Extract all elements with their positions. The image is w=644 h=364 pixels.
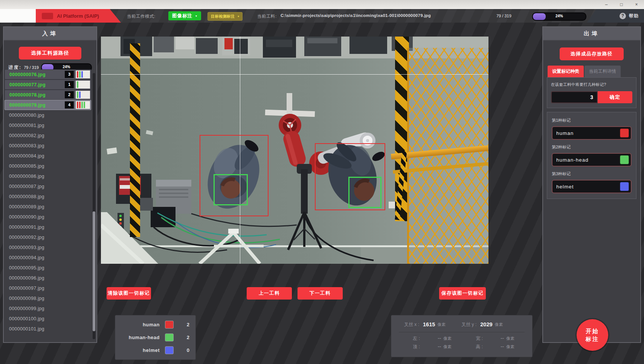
file-name: 0000000083.jpg [9, 143, 90, 148]
label-color-swatch[interactable] [620, 182, 629, 191]
file-item[interactable]: 0000000080.jpg [5, 110, 91, 120]
label-name-value: human [556, 130, 620, 136]
brand-logo-icon [42, 13, 53, 19]
mode-detection-annotation-button[interactable]: 目标检测标注 ▾ [208, 12, 243, 21]
file-item[interactable]: 0000000091.jpg [5, 222, 91, 232]
confirm-button[interactable]: 确定 [598, 91, 632, 103]
file-item[interactable]: 0000000084.jpg [5, 151, 91, 161]
file-item[interactable]: 0000000098.jpg [5, 293, 91, 303]
file-item[interactable]: 0000000077.jpg1 [5, 80, 91, 90]
legend-row: human2 [121, 320, 190, 329]
file-name: 0000000096.jpg [9, 275, 90, 281]
width-value: -- [487, 335, 504, 341]
outbound-panel: 出埠 选择成品存放路径 设置标记种类当前工料详情 在该套工料中将要打几种标记? … [542, 26, 641, 343]
label-color-swatch[interactable] [620, 155, 629, 164]
file-name: 0000000079.jpg [9, 102, 65, 108]
logo-area [0, 9, 38, 23]
clear-annotations-button[interactable]: 清除该图一切标记 [107, 287, 151, 300]
file-name: 0000000082.jpg [9, 133, 90, 138]
pixel-unit: 像素 [437, 322, 446, 327]
file-name: 0000000092.jpg [9, 235, 90, 240]
label-color-swatch[interactable] [620, 128, 629, 138]
left-value: -- [424, 335, 441, 341]
outbound-panel-title: 出埠 [543, 27, 640, 41]
file-item[interactable]: 0000000093.jpg [5, 242, 91, 252]
height-value: -- [487, 344, 504, 349]
file-item[interactable]: 0000000095.jpg [5, 263, 91, 273]
top-value: -- [424, 344, 441, 349]
inbound-panel-title: 入埠 [4, 27, 96, 41]
app-window: – □ × AI Platform (SAIP) 当前工作模式: 图像标注 ▾ … [0, 0, 644, 364]
pixel-unit: 像素 [443, 336, 452, 341]
file-item[interactable]: 0000000076.jpg3 [5, 69, 91, 80]
next-item-button[interactable]: 下一工料 [298, 287, 343, 300]
label-legend-panel: human2human-head2helmet0 [115, 315, 196, 360]
legend-color-swatch [165, 321, 174, 329]
top-nav-bar: AI Platform (SAIP) 当前工作模式: 图像标注 ▾ 目标检测标注… [0, 9, 644, 23]
file-list: 0000000076.jpg30000000077.jpg10000000078… [5, 69, 91, 340]
file-name: 0000000076.jpg [9, 72, 65, 77]
annotation-count-badge: 3 [65, 71, 74, 78]
bbox-human-head[interactable] [214, 174, 248, 205]
label-count-section: 在该套工料中将要打几种标记? 3 确定 [547, 77, 636, 108]
legend-count: 2 [187, 335, 190, 340]
label-definitions-section: 第1种标记human第2种标记human-head第3种标记helmet [547, 112, 636, 199]
pixel-unit: 像素 [506, 344, 514, 350]
minimize-icon[interactable]: – [599, 0, 614, 9]
save-annotations-button[interactable]: 保存该图一切标记 [439, 287, 486, 300]
label-name-field-3[interactable]: helmet [552, 180, 632, 193]
help-label[interactable]: 帮助 [629, 13, 639, 19]
tab-set-label-types[interactable]: 设置标记种类 [548, 66, 584, 77]
scrollbar-thumb[interactable] [93, 211, 95, 331]
maximize-icon[interactable]: □ [614, 0, 629, 9]
file-item[interactable]: 0000000088.jpg [5, 191, 91, 202]
select-source-path-button[interactable]: 选择工料源路径 [19, 47, 81, 60]
file-item[interactable]: 0000000092.jpg [5, 232, 91, 242]
label-name-field-1[interactable]: human [552, 126, 632, 140]
file-item[interactable]: 0000000087.jpg [5, 181, 91, 191]
label-caption-2: 第2种标记 [552, 144, 632, 150]
file-item[interactable]: 0000000100.jpg [5, 314, 91, 324]
label-name-field-2[interactable]: human-head [552, 153, 632, 167]
bbox-human-head[interactable] [348, 177, 382, 208]
start-annotation-button[interactable]: 开始 标注 [577, 319, 608, 351]
legend-label: human [121, 322, 160, 327]
file-item[interactable]: 0000000081.jpg [5, 120, 91, 130]
coordinates-panel: 叉丝 x : 1615 像素 叉丝 y : 2029 像素 左 : -- 像素 … [391, 315, 533, 357]
inbound-panel: 入埠 选择工料源路径 进度: 79 / 319 24% 0000000076.j… [3, 26, 97, 343]
file-item[interactable]: 0000000094.jpg [5, 252, 91, 263]
file-item[interactable]: 0000000083.jpg [5, 141, 91, 151]
file-item[interactable]: 0000000082.jpg [5, 130, 91, 141]
file-item[interactable]: 0000000086.jpg [5, 171, 91, 181]
mode-secondary-label: 目标检测标注 [211, 14, 235, 19]
file-name: 0000000100.jpg [9, 316, 90, 321]
annotation-count-badge: 1 [65, 81, 74, 88]
select-output-path-button[interactable]: 选择成品存放路径 [560, 47, 624, 60]
mode-image-annotation-button[interactable]: 图像标注 ▾ [168, 11, 201, 20]
help-icon[interactable]: ? [620, 13, 626, 19]
label-count-input[interactable]: 3 [551, 91, 598, 103]
tab-current-item-detail[interactable]: 当前工料详情 [584, 66, 621, 77]
file-item[interactable]: 0000000101.jpg [5, 324, 91, 334]
annotation-count-badge: 4 [65, 101, 74, 109]
file-item[interactable]: 0000000089.jpg [5, 202, 91, 212]
width-label: 宽 : [462, 335, 483, 342]
file-name: 0000000085.jpg [9, 164, 90, 169]
file-item[interactable]: 0000000097.jpg [5, 283, 91, 293]
file-name: 0000000088.jpg [9, 194, 90, 199]
file-item[interactable]: 0000000085.jpg [5, 161, 91, 171]
file-item[interactable]: 0000000090.jpg [5, 212, 91, 222]
progress-counter: 79 / 319 [496, 14, 511, 18]
annotation-canvas[interactable] [101, 37, 488, 264]
file-item[interactable]: 0000000078.jpg2 [5, 90, 91, 100]
close-icon[interactable]: × [629, 0, 644, 9]
current-file-path: C:\simmir-projects\saip\projects\s1\inco… [281, 13, 431, 18]
previous-item-button[interactable]: 上一工料 [247, 287, 292, 300]
brand-banner: AI Platform (SAIP) [36, 9, 121, 23]
file-item[interactable]: 0000000096.jpg [5, 273, 91, 283]
file-item[interactable]: 0000000079.jpg4 [5, 100, 91, 110]
cross-y-label: 叉丝 y : [461, 321, 476, 328]
file-item[interactable]: 0000000099.jpg [5, 303, 91, 314]
legend-count: 0 [187, 347, 190, 353]
box-readout: 左 : -- 像素 宽 : -- 像素 顶 : -- 像素 高 : -- 像素 [399, 332, 525, 350]
